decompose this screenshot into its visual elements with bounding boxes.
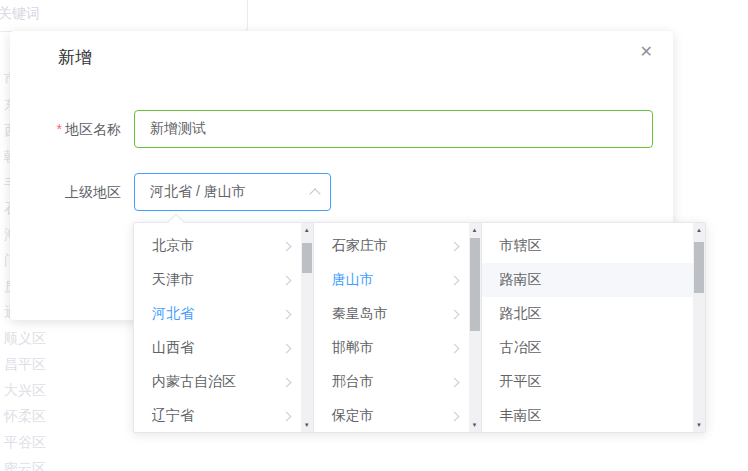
page: 关键词 市辖区 东城区 西城区 朝阳区 丰台区 石景山区 海淀区 门头沟区 房山… bbox=[0, 0, 748, 471]
option-label: 唐山市 bbox=[332, 271, 374, 289]
city-list: 石家庄市 唐山市 秦皇岛市 邯郸市 邢台市 保定市 bbox=[314, 223, 469, 432]
option-label: 河北省 bbox=[152, 305, 194, 323]
option-label: 邯郸市 bbox=[332, 339, 374, 357]
option-label: 山西省 bbox=[152, 339, 194, 357]
cascader-option[interactable]: 石家庄市 bbox=[314, 229, 469, 263]
bg-region-item: 大兴区 bbox=[4, 382, 46, 400]
cascader-option[interactable]: 辽宁省 bbox=[134, 399, 301, 432]
chevron-right-icon bbox=[281, 411, 291, 421]
bg-region-item: 平谷区 bbox=[4, 434, 46, 452]
cascader-column-cities: 石家庄市 唐山市 秦皇岛市 邯郸市 邢台市 保定市 ▲ bbox=[313, 223, 481, 432]
cascader-option[interactable]: 市辖区 bbox=[482, 229, 693, 263]
parent-region-label-text: 上级地区 bbox=[65, 184, 121, 200]
chevron-right-icon bbox=[449, 411, 459, 421]
scrollbar[interactable]: ▲ ▼ bbox=[693, 223, 705, 432]
option-label: 石家庄市 bbox=[332, 237, 388, 255]
scrollbar-thumb[interactable] bbox=[694, 242, 704, 293]
option-label: 北京市 bbox=[152, 237, 194, 255]
scroll-up-icon[interactable]: ▲ bbox=[693, 223, 705, 237]
chevron-right-icon bbox=[281, 275, 291, 285]
keyword-search-input[interactable]: 关键词 bbox=[0, 0, 248, 32]
scroll-down-icon[interactable]: ▼ bbox=[469, 418, 481, 432]
chevron-right-icon bbox=[281, 241, 291, 251]
option-label: 路北区 bbox=[500, 305, 542, 323]
scroll-down-icon[interactable]: ▼ bbox=[301, 418, 313, 432]
scrollbar[interactable]: ▲ ▼ bbox=[469, 223, 481, 432]
chevron-right-icon bbox=[449, 343, 459, 353]
option-label: 市辖区 bbox=[500, 237, 542, 255]
keyword-placeholder: 关键词 bbox=[0, 5, 40, 23]
cascader-column-provinces: 北京市 天津市 河北省 山西省 内蒙古自治区 辽宁省 ▲ bbox=[134, 223, 313, 432]
chevron-right-icon bbox=[281, 309, 291, 319]
option-label: 邢台市 bbox=[332, 373, 374, 391]
cascader-option[interactable]: 山西省 bbox=[134, 331, 301, 365]
option-label: 保定市 bbox=[332, 407, 374, 425]
district-list: 市辖区 路南区 路北区 古冶区 开平区 丰南区 bbox=[482, 223, 693, 432]
parent-region-field-wrap bbox=[134, 173, 331, 211]
cascader-option[interactable]: 北京市 bbox=[134, 229, 301, 263]
bg-region-item: 昌平区 bbox=[4, 356, 46, 374]
scroll-down-icon[interactable]: ▼ bbox=[693, 418, 705, 432]
cascader-dropdown: 北京市 天津市 河北省 山西省 内蒙古自治区 辽宁省 ▲ bbox=[133, 222, 706, 433]
cascader-option[interactable]: 路北区 bbox=[482, 297, 693, 331]
option-label: 天津市 bbox=[152, 271, 194, 289]
parent-region-cascader-input[interactable] bbox=[134, 173, 331, 211]
option-label: 内蒙古自治区 bbox=[152, 373, 236, 391]
dialog-title: 新增 bbox=[58, 46, 92, 69]
scrollbar-thumb[interactable] bbox=[470, 238, 480, 331]
bg-region-item: 顺义区 bbox=[4, 330, 46, 348]
option-label: 丰南区 bbox=[500, 407, 542, 425]
option-label: 路南区 bbox=[500, 271, 542, 289]
chevron-right-icon bbox=[449, 241, 459, 251]
cascader-option[interactable]: 开平区 bbox=[482, 365, 693, 399]
scroll-up-icon[interactable]: ▲ bbox=[301, 223, 313, 237]
cascader-column-districts: 市辖区 路南区 路北区 古冶区 开平区 丰南区 ▲ bbox=[481, 223, 705, 432]
option-label: 开平区 bbox=[500, 373, 542, 391]
scroll-up-icon[interactable]: ▲ bbox=[469, 223, 481, 237]
cascader-option-selected[interactable]: 河北省 bbox=[134, 297, 301, 331]
cascader-option[interactable]: 内蒙古自治区 bbox=[134, 365, 301, 399]
chevron-right-icon bbox=[449, 275, 459, 285]
bg-region-item: 密云区 bbox=[4, 460, 46, 471]
chevron-right-icon bbox=[449, 377, 459, 387]
parent-region-label: 上级地区 bbox=[30, 173, 121, 211]
cascader-option[interactable]: 邢台市 bbox=[314, 365, 469, 399]
cascader-option[interactable]: 保定市 bbox=[314, 399, 469, 432]
required-asterisk: * bbox=[57, 121, 62, 137]
chevron-right-icon bbox=[449, 309, 459, 319]
cascader-option-selected[interactable]: 唐山市 bbox=[314, 263, 469, 297]
cascader-option[interactable]: 古冶区 bbox=[482, 331, 693, 365]
region-name-input[interactable] bbox=[134, 110, 653, 148]
bg-region-item: 怀柔区 bbox=[4, 408, 46, 426]
region-name-label: *地区名称 bbox=[30, 110, 121, 148]
close-icon[interactable]: ✕ bbox=[640, 44, 653, 60]
province-list: 北京市 天津市 河北省 山西省 内蒙古自治区 辽宁省 bbox=[134, 223, 301, 432]
cascader-option[interactable]: 丰南区 bbox=[482, 399, 693, 432]
cascader-option[interactable]: 秦皇岛市 bbox=[314, 297, 469, 331]
option-label: 秦皇岛市 bbox=[332, 305, 388, 323]
scrollbar-thumb[interactable] bbox=[302, 243, 312, 273]
option-label: 古冶区 bbox=[500, 339, 542, 357]
option-label: 辽宁省 bbox=[152, 407, 194, 425]
cascader-option[interactable]: 邯郸市 bbox=[314, 331, 469, 365]
cascader-option-hovered[interactable]: 路南区 bbox=[482, 263, 693, 297]
region-name-label-text: 地区名称 bbox=[65, 121, 121, 137]
scrollbar[interactable]: ▲ ▼ bbox=[301, 223, 313, 432]
region-name-field-wrap bbox=[134, 110, 653, 148]
cascader-option[interactable]: 天津市 bbox=[134, 263, 301, 297]
chevron-right-icon bbox=[281, 343, 291, 353]
chevron-right-icon bbox=[281, 377, 291, 387]
